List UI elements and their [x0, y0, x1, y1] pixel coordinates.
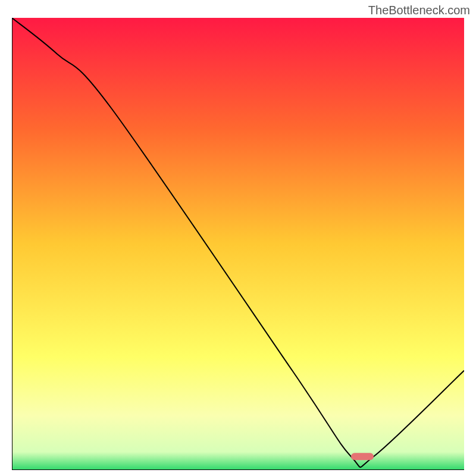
- optimal-zone-marker: [351, 453, 374, 460]
- plot-area: [12, 18, 464, 470]
- gradient-background: [12, 18, 464, 470]
- chart-svg: [12, 18, 464, 470]
- chart-container: TheBottleneck.com: [0, 0, 476, 476]
- watermark-text: TheBottleneck.com: [368, 4, 470, 17]
